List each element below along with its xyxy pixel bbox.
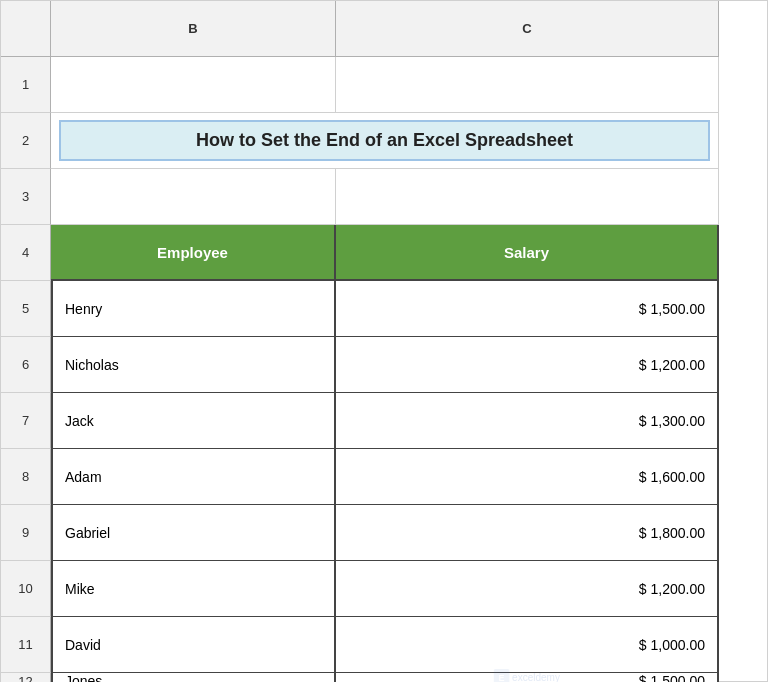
table-header-employee: Employee (51, 225, 336, 281)
cell-salary-6: $ 1,200.00 (336, 561, 719, 617)
col-header-C: C (336, 1, 719, 57)
cell-salary-8: $ 1,500.00 E exceldemy (336, 673, 719, 682)
row-header-7: 7 (1, 393, 51, 449)
row-header-6: 6 (1, 337, 51, 393)
cell-employee-8: Jones (51, 673, 336, 682)
row-header-2: 2 (1, 113, 51, 169)
cell-salary-4: $ 1,600.00 (336, 449, 719, 505)
cell-employee-4: Adam (51, 449, 336, 505)
row-header-11: 11 (1, 617, 51, 673)
cell-employee-3: Jack (51, 393, 336, 449)
cell-employee-1: Henry (51, 281, 336, 337)
corner-cell (1, 1, 51, 57)
grid: B C 1 2 How to Set the End of an Excel S… (1, 1, 767, 682)
cell-employee-6: Mike (51, 561, 336, 617)
cell-employee-7: David (51, 617, 336, 673)
title-cell: How to Set the End of an Excel Spreadshe… (51, 113, 719, 169)
cell-B3 (51, 169, 336, 225)
spreadsheet: B C 1 2 How to Set the End of an Excel S… (0, 0, 768, 682)
cell-C1 (336, 57, 719, 113)
row-header-1: 1 (1, 57, 51, 113)
svg-text:E: E (498, 673, 504, 682)
cell-C3 (336, 169, 719, 225)
row-header-5: 5 (1, 281, 51, 337)
cell-salary-1: $ 1,500.00 (336, 281, 719, 337)
col-header-B: B (51, 1, 336, 57)
cell-salary-7: $ 1,000.00 (336, 617, 719, 673)
cell-salary-2: $ 1,200.00 (336, 337, 719, 393)
watermark-icon: E (493, 669, 509, 682)
cell-salary-5: $ 1,800.00 (336, 505, 719, 561)
row-header-8: 8 (1, 449, 51, 505)
table-header-salary: Salary (336, 225, 719, 281)
row-header-3: 3 (1, 169, 51, 225)
cell-employee-5: Gabriel (51, 505, 336, 561)
cell-B1 (51, 57, 336, 113)
row-header-10: 10 (1, 561, 51, 617)
row-header-12: 12 (1, 673, 51, 682)
row-header-9: 9 (1, 505, 51, 561)
cell-salary-3: $ 1,300.00 (336, 393, 719, 449)
row-header-4: 4 (1, 225, 51, 281)
watermark: E exceldemy (493, 669, 560, 682)
cell-employee-2: Nicholas (51, 337, 336, 393)
spreadsheet-title: How to Set the End of an Excel Spreadshe… (59, 120, 710, 161)
